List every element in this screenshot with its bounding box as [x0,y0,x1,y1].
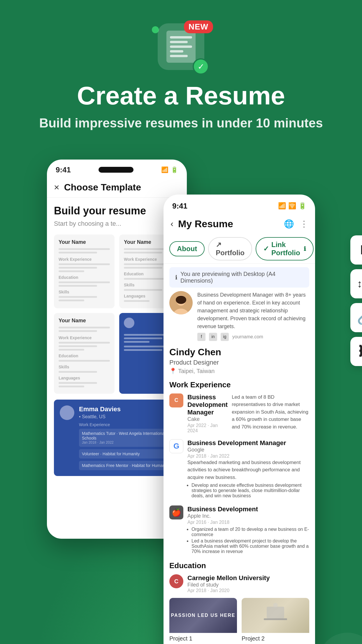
image-icon-btn[interactable]: 🖼 [350,337,362,366]
cake-job-details: Business Development Manager Cake Apr 20… [187,393,228,433]
cake-dates: Apr 2022 · Jan 2024 [187,423,228,433]
instagram-icon[interactable]: ig [221,333,229,341]
tpl-line [59,382,97,384]
tpl-line [59,300,84,301]
tpl-line [59,330,97,332]
avatar-svg [169,291,193,314]
resume-nav: ‹ My Resume 🌐 ⋮ [164,214,315,234]
website-text: yourname.com [232,333,263,340]
svg-point-6 [273,603,278,608]
google-job-title: Business Development Manager [187,439,309,447]
template-header-title: Choose Template [64,182,141,193]
cake-desc: Led a team of 8 BD representatives to dr… [232,393,309,433]
profile-identity: Cindy Chen Product Designer 📍 Taipei, Ta… [169,347,309,374]
template-header: × Choose Template [47,177,187,198]
cmu-dates: Apr 2018 · Jan 2020 [187,588,270,593]
tpl-line [59,296,97,298]
tpl-line [59,327,110,328]
cmu-field: Filed of study [187,582,270,588]
google-firm: Google [187,447,309,453]
profile-role: Product Designer [169,359,309,366]
apple-dates: Apr 2016 · Jan 2018 [187,520,309,525]
build-resume-title: Build your resume [54,205,180,217]
facebook-icon[interactable]: f [197,333,205,341]
apple-firm: Apple Inc. [187,513,309,519]
profile-location: 📍 Taipei, Taiwan [169,368,309,374]
new-badge: NEW [184,20,213,33]
apple-bullet-2: Led a business development project to de… [191,538,309,554]
template-card-1[interactable]: Your Name Work Experience Education Skil… [54,235,115,308]
edu-cmu: C Carnegie Mellon University Filed of st… [169,574,309,593]
signal-icon: 📶 [161,166,168,173]
tab-link-portfolio[interactable]: ✓ Link Portfolio ℹ [256,237,314,260]
tpl-line [124,289,162,291]
back-button[interactable]: ‹ [171,219,173,229]
profile-mini-avatar [124,318,134,328]
tpl-line [59,349,84,351]
checkmark-icon: ✓ [198,62,204,71]
preview-banner: ℹ You are previewing with Desktop (A4 Di… [169,267,309,288]
emma-exp-label: Work Experience [79,422,174,427]
resume-icon-inner [166,31,196,63]
project-1[interactable]: PASSION LED US HERE Project 1 [169,598,237,644]
project-1-label: Project 1 [169,633,237,644]
battery-icon-right: 🔋 [298,202,306,210]
phones-area: 9:41 📶 🔋 × Choose Template Build your re… [0,148,362,644]
info-icon: ℹ [304,245,306,252]
google-bullet-1: Develop and execute effective business d… [191,483,309,498]
cmu-logo: C [169,574,183,588]
resize-icon-btn[interactable]: ↕↔ [350,269,362,298]
linkedin-icon[interactable]: in [209,333,217,341]
cake-logo: C [169,393,183,407]
link-icon-btn[interactable]: 🔗 [350,303,362,332]
tpl-line [59,252,97,253]
tpl-line [124,300,150,302]
google-g-letter: G [173,442,179,451]
google-logo: G [169,439,183,453]
tpl-line [124,349,162,351]
external-link-icon: ↗ [216,241,222,249]
template-card-name-3: Your Name [59,318,110,324]
job-cake: C Business Development Manager Cake Apr … [169,393,309,433]
more-icon[interactable]: ⋮ [300,219,308,229]
emma-avatar [60,405,74,420]
tpl-line [124,267,162,269]
globe-icon[interactable]: 🌐 [284,219,294,229]
tpl-line [59,281,110,283]
tpl-line [59,345,97,347]
job-apple: 🍎 Business Development Apple Inc. Apr 20… [169,505,309,555]
check-icon: ✓ [263,245,269,253]
bold-icon: B [360,243,362,257]
cellular-icon: 📶 [278,202,286,210]
template-card-name-1: Your Name [59,239,110,245]
wifi-icon-right: 🛜 [288,202,296,210]
tpl-line [124,341,150,343]
google-bullets: Develop and execute effective business d… [187,483,309,498]
resume-tabs: About ↗ Portfolio ✓ Link Portfolio ℹ [164,234,315,264]
apple-symbol: 🍎 [172,508,181,517]
apple-bullet-1: Organized a team of 20 to develop a new … [191,527,309,537]
left-phone-time: 9:41 [56,165,71,174]
tab-portfolio[interactable]: ↗ Portfolio [208,237,252,260]
subtitle: Build impressive resumes in under 10 min… [0,116,362,130]
project-2[interactable]: Project 2 [242,598,309,644]
work-experience-section-title: Work Experience [169,380,309,389]
template-card-3[interactable]: Your Name Work Experience Education Skil… [54,313,115,394]
wifi-icon: 🔋 [171,166,178,173]
bold-icon-btn[interactable]: B [350,235,362,265]
nav-actions: 🌐 ⋮ [284,219,308,229]
main-title: Create a Resume [0,82,362,110]
tpl-line [124,252,162,253]
job-google: G Business Development Manager Google Ap… [169,439,309,500]
profile-avatar [169,291,193,314]
emma-template[interactable]: Emma Davies • Seattle, US Work Experienc… [54,400,180,476]
left-phone-status-bar: 9:41 📶 🔋 [47,160,187,177]
preview-banner-text: You are previewing with Desktop (A4 Dime… [180,271,303,284]
emma-job-1: Mathematics Tutor · West Angela Internat… [82,431,171,440]
google-desc: Spearheaded marketing and business devel… [187,459,309,481]
tab-about[interactable]: About [169,241,205,256]
resume-line-5 [170,55,188,57]
link-icon: 🔗 [357,310,362,325]
close-button[interactable]: × [54,182,59,193]
resume-line-3 [170,46,192,48]
